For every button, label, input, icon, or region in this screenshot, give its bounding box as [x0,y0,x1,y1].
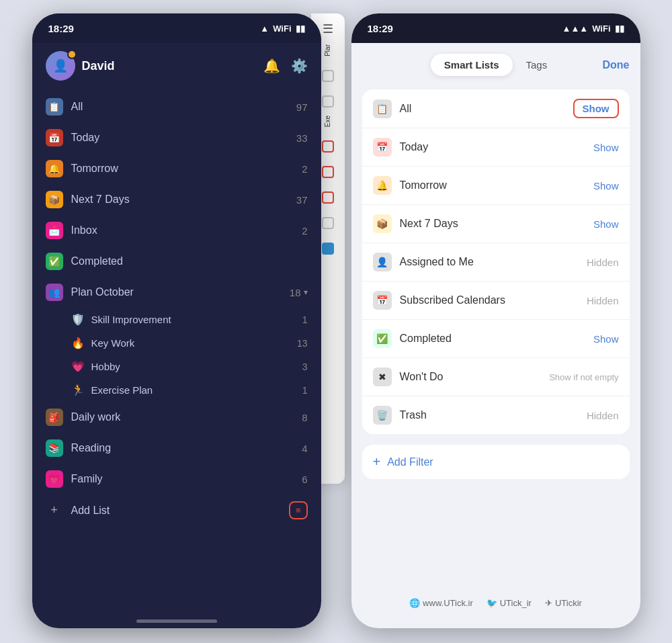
dailywork-count: 8 [302,412,307,423]
sl-trash-icon: 🗑️ [373,406,392,425]
sl-tomorrow-icon: 🔔 [373,176,392,195]
add-list-row[interactable]: + Add List ≡ [32,495,321,526]
peek-checkbox-red-2[interactable] [322,166,334,178]
sl-tomorrow-label: Tomorrow [400,179,593,191]
tomorrow-icon: 🔔 [46,160,63,177]
bell-icon[interactable]: 🔔 [263,58,280,74]
sidebar-item-next7[interactable]: 📦 Next 7 Days 37 [32,184,321,215]
filter-button[interactable]: ≡ [289,501,308,519]
sl-tomorrow-action[interactable]: Show [593,180,619,191]
sidebar-item-family[interactable]: 💗 Family 6 [32,464,321,495]
completed-label: Completed [71,255,308,267]
hamburger-icon: ☰ [323,22,333,36]
next7-icon: 📦 [46,191,63,208]
reading-icon: 📚 [46,439,63,457]
sl-assigned-action[interactable]: Hidden [587,257,619,268]
tab-smart-lists[interactable]: Smart Lists [431,54,513,76]
peek-checkbox-3[interactable] [322,217,334,229]
today-count: 33 [296,132,308,144]
skill-label: Skill Improvement [91,314,302,325]
peek-checkbox-blue[interactable] [322,243,334,255]
reading-label: Reading [71,442,302,454]
hobby-icon: 💗 [71,360,85,373]
sl-next7-action[interactable]: Show [593,218,619,230]
peek-checkbox-1[interactable] [322,70,334,82]
hobby-count: 3 [302,361,308,372]
peek-checkbox-red-3[interactable] [322,191,334,204]
sl-all-icon: 📋 [373,99,392,118]
sl-trash-action[interactable]: Hidden [587,410,619,421]
right-status-bar: 18:29 ▲▲▲ WiFi ▮▮ [351,13,640,43]
left-time: 18:29 [48,23,74,34]
sl-subscribed-icon: 📅 [373,291,392,310]
sl-item-tomorrow[interactable]: 🔔 Tomorrow Show [362,167,630,205]
peek-plan-text: Plar [324,44,331,56]
sidebar-menu: 📋 All 97 📅 Today 33 🔔 Tomorrow 2 📦 Next … [32,89,321,529]
tab-tags[interactable]: Tags [513,54,561,76]
sidebar-item-today[interactable]: 📅 Today 33 [32,122,321,153]
sl-item-assigned[interactable]: 👤 Assigned to Me Hidden [362,243,630,282]
submenu-skill[interactable]: 🛡️ Skill Improvement 1 [32,308,321,331]
sl-item-trash[interactable]: 🗑️ Trash Hidden [362,396,630,434]
sl-completed-action[interactable]: Show [593,333,619,345]
plan-october-count: 18 [290,287,301,298]
sl-wontdo-action[interactable]: Show if not empty [549,372,618,382]
inbox-count: 2 [302,225,307,237]
signal-icon: ▲ [260,24,269,34]
left-phone: 18:29 ▲ WiFi ▮▮ 👤 David 🔔 ⚙️ [32,13,321,628]
plan-october-icon: 👥 [46,284,63,301]
sl-today-label: Today [400,141,593,153]
submenu-exercise[interactable]: 🏃 Exercise Plan 1 [32,378,321,402]
submenu-keywork[interactable]: 🔥 Key Work 13 [32,331,321,355]
profile-header: 👤 David 🔔 ⚙️ [32,43,321,89]
sl-all-action[interactable]: Show [573,99,619,118]
add-filter-plus-icon: + [373,454,381,470]
add-filter-row[interactable]: + Add Filter [362,445,630,479]
right-phone: 18:29 ▲▲▲ WiFi ▮▮ Smart Lists Tags Done … [351,13,640,628]
reading-count: 4 [302,443,307,454]
submenu-hobby[interactable]: 💗 Hobby 3 [32,355,321,378]
tabs-row: Smart Lists Tags Done [362,54,630,76]
done-button[interactable]: Done [603,59,630,71]
sidebar-item-dailywork[interactable]: 🎒 Daily work 8 [32,402,321,433]
completed-icon: ✅ [46,253,63,270]
skill-count: 1 [302,314,308,325]
today-icon: 📅 [46,129,63,146]
smart-list-container: 📋 All Show 📅 Today Show 🔔 Tomorrow Show [362,89,630,434]
keywork-label: Key Work [91,337,297,349]
exercise-count: 1 [302,385,308,396]
exercise-label: Exercise Plan [91,384,302,396]
sidebar-item-plan-october[interactable]: 👥 Plan October 18 ▾ [32,277,321,308]
profile-info: 👤 David [46,51,115,81]
wifi-icon: WiFi [273,24,291,34]
right-wifi-icon: WiFi [592,24,610,34]
sl-subscribed-label: Subscribed Calendars [400,294,587,306]
right-content: Smart Lists Tags Done 📋 All Show 📅 Today… [351,43,640,490]
footer-twitter: 🐦 UTick_ir [487,598,532,608]
sidebar-item-reading[interactable]: 📚 Reading 4 [32,433,321,464]
sidebar-item-tomorrow[interactable]: 🔔 Tomorrow 2 [32,153,321,184]
sl-item-subscribed[interactable]: 📅 Subscribed Calendars Hidden [362,282,630,320]
peek-checkbox-2[interactable] [322,95,334,108]
add-list-label: Add List [71,505,289,517]
sl-assigned-icon: 👤 [373,253,392,271]
avatar-container[interactable]: 👤 [46,51,75,81]
sl-item-wontdo[interactable]: ✖ Won't Do Show if not empty [362,358,630,396]
peek-checkbox-red-1[interactable] [322,140,334,153]
inbox-label: Inbox [71,224,302,237]
sidebar-item-all[interactable]: 📋 All 97 [32,91,321,122]
sidebar-item-completed[interactable]: ✅ Completed [32,246,321,277]
sl-item-completed[interactable]: ✅ Completed Show [362,320,630,358]
sl-completed-label: Completed [400,333,593,345]
sl-item-next7[interactable]: 📦 Next 7 Days Show [362,205,630,243]
sl-item-today[interactable]: 📅 Today Show [362,128,630,167]
next7-count: 37 [296,194,308,206]
settings-icon[interactable]: ⚙️ [291,58,308,74]
sl-next7-label: Next 7 Days [400,218,593,230]
sidebar-item-inbox[interactable]: 📩 Inbox 2 [32,215,321,246]
sl-item-all[interactable]: 📋 All Show [362,89,630,128]
sl-today-action[interactable]: Show [593,142,619,153]
plan-october-label: Plan October [71,286,290,298]
profile-actions: 🔔 ⚙️ [263,58,308,74]
sl-subscribed-action[interactable]: Hidden [587,295,619,306]
